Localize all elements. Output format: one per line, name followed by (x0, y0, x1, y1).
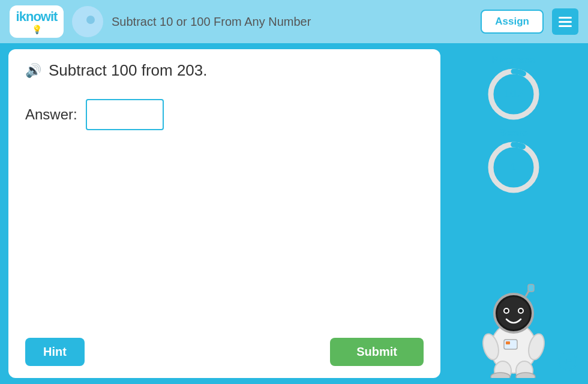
svg-rect-18 (504, 340, 517, 349)
answer-label: Answer: (25, 106, 77, 123)
menu-line (559, 21, 572, 23)
svg-rect-15 (528, 284, 534, 292)
svg-point-22 (491, 373, 510, 378)
progress-section: Progress 1/15 (487, 54, 541, 121)
question-text: 🔊 Subtract 100 from 203. (25, 61, 424, 80)
svg-point-8 (497, 297, 530, 329)
menu-button[interactable] (552, 8, 578, 35)
mascot-area (466, 205, 562, 378)
right-panel: Progress 1/15 Score 1 (448, 49, 580, 378)
score-label: Score (499, 127, 527, 139)
mascot-astronaut (466, 270, 562, 378)
score-section: Score 1 (487, 127, 541, 194)
assign-button[interactable]: Assign (481, 10, 544, 34)
logo-text: iknowit (16, 9, 58, 25)
menu-line (559, 17, 572, 19)
answer-row: Answer: (25, 99, 424, 130)
header: iknowit 💡 Subtract 10 or 100 From Any Nu… (0, 0, 588, 43)
svg-point-23 (516, 373, 535, 378)
logo-bulb-icon: 💡 (32, 25, 42, 34)
back-button[interactable]: ↩ (558, 352, 577, 373)
svg-point-12 (519, 309, 523, 313)
submit-button[interactable]: Submit (330, 338, 424, 366)
logo: iknowit 💡 (10, 5, 64, 38)
menu-line (559, 25, 572, 27)
svg-text:↩: ↩ (564, 356, 572, 367)
progress-label: Progress (491, 54, 536, 66)
lesson-icon (72, 6, 103, 37)
main-content: 🔊 Subtract 100 from 203. Answer: Hint Su… (0, 43, 588, 384)
hint-button[interactable]: Hint (25, 338, 85, 366)
svg-point-1 (86, 16, 95, 24)
answer-input[interactable] (86, 99, 164, 130)
lesson-title: Subtract 10 or 100 From Any Number (112, 15, 472, 29)
score-chart: 1 (487, 140, 541, 194)
progress-value: 1/15 (504, 89, 523, 100)
score-value: 1 (511, 162, 517, 173)
progress-chart: 1/15 (487, 67, 541, 121)
svg-point-11 (505, 309, 508, 313)
svg-rect-19 (506, 341, 510, 344)
question-panel: 🔊 Subtract 100 from 203. Answer: Hint Su… (8, 49, 440, 378)
speaker-icon[interactable]: 🔊 (25, 63, 41, 79)
bottom-buttons: Hint Submit (25, 338, 424, 366)
question-body: Subtract 100 from 203. (49, 61, 207, 80)
